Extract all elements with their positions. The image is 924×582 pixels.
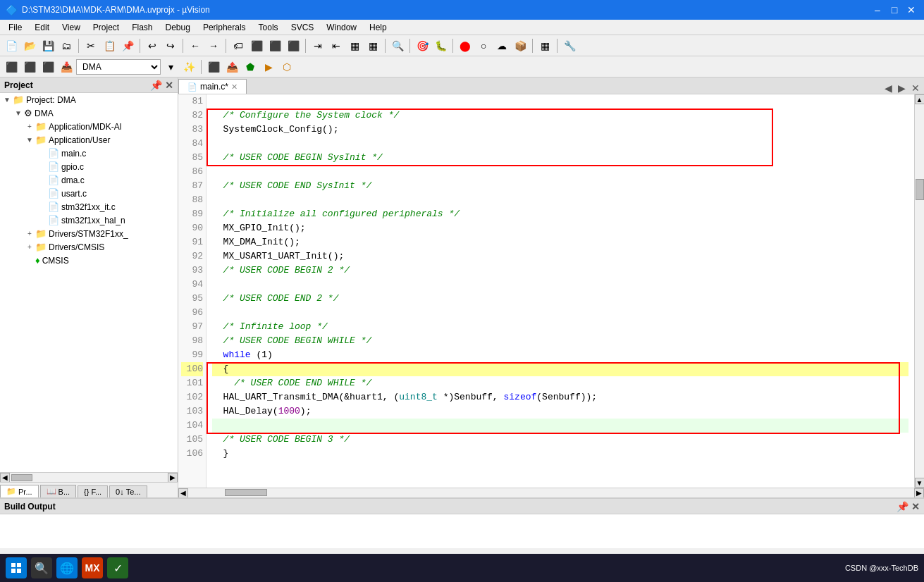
bm2-btn[interactable]: ⬛: [266, 37, 283, 54]
tb2-stop-btn[interactable]: ⬡: [278, 58, 295, 75]
nav-fwd-btn[interactable]: →: [205, 37, 222, 54]
tree-item-usart-c[interactable]: 📄 usart.c: [0, 187, 178, 200]
panel-close-btn[interactable]: ✕: [165, 80, 173, 91]
tb2-green-btn[interactable]: ⬟: [242, 58, 259, 75]
bookmark-btn[interactable]: 🏷: [230, 37, 247, 54]
tb2-load-btn[interactable]: ⬛: [205, 58, 222, 75]
bm1-btn[interactable]: ⬛: [248, 37, 265, 54]
expander-drv-cmsis[interactable]: +: [24, 243, 35, 251]
tree-item-main-c[interactable]: 📄 main.c: [0, 147, 178, 160]
panel-pin-btn[interactable]: 📌: [150, 80, 162, 91]
copy-btn[interactable]: 📋: [101, 37, 118, 54]
nav-back-btn[interactable]: ←: [187, 37, 204, 54]
hscroll-right-btn[interactable]: ▶: [168, 473, 178, 483]
tree-item-drv-cmsis[interactable]: + 📁 Drivers/CMSIS: [0, 240, 178, 254]
dbg-btn[interactable]: 🐛: [432, 37, 449, 54]
expander-project-root[interactable]: ▼: [1, 96, 13, 104]
tree-item-app-user[interactable]: ▼ 📁 Application/User: [0, 133, 178, 147]
open-btn[interactable]: 📂: [21, 37, 38, 54]
menu-help[interactable]: Help: [364, 21, 393, 34]
tb2-dl-btn[interactable]: 📤: [223, 58, 240, 75]
scrollbar-thumb[interactable]: [916, 179, 924, 200]
code-content[interactable]: /* Configure the System clock */ SystemC…: [207, 94, 914, 488]
maximize-button[interactable]: □: [887, 3, 901, 17]
menu-edit[interactable]: Edit: [29, 21, 55, 34]
menu-svcs[interactable]: SVCS: [285, 21, 320, 34]
tab-nav-left-btn[interactable]: ◀: [883, 82, 894, 94]
edge-btn[interactable]: 🌐: [56, 557, 78, 578]
tab-funcs[interactable]: {} F...: [78, 485, 108, 497]
paste-btn[interactable]: 📌: [119, 37, 136, 54]
minimize-button[interactable]: –: [870, 3, 885, 17]
scrollbar-up-btn[interactable]: ▲: [915, 94, 925, 104]
menu-window[interactable]: Window: [321, 21, 362, 34]
editor-tab-main-c[interactable]: 📄 main.c* ✕: [178, 79, 247, 94]
mx-btn[interactable]: MX: [82, 557, 103, 578]
expander-dma[interactable]: ▼: [13, 109, 24, 117]
tree-item-stm32-it[interactable]: 📄 stm32f1xx_it.c: [0, 200, 178, 213]
wrench-btn[interactable]: 🔧: [561, 37, 578, 54]
build-output-pin-btn[interactable]: 📌: [897, 501, 908, 512]
menu-flash[interactable]: Flash: [126, 21, 158, 34]
expander-drv-stm32[interactable]: +: [24, 230, 35, 237]
build-output-close-btn[interactable]: ✕: [911, 501, 920, 512]
tree-item-dma-c[interactable]: 📄 dma.c: [0, 173, 178, 187]
menu-debug[interactable]: Debug: [160, 21, 196, 34]
search-taskbar-btn[interactable]: 🔍: [31, 557, 52, 578]
tree-item-project-root[interactable]: ▼ 📁 Project: DMA: [0, 93, 178, 106]
build-output-content[interactable]: [0, 514, 924, 548]
save-all-btn[interactable]: 🗂: [58, 37, 75, 54]
tree-item-dma[interactable]: ▼ ⚙ DMA: [0, 106, 178, 120]
cloud-btn[interactable]: ☁: [493, 37, 510, 54]
tree-item-stm32-hal[interactable]: 📄 stm32f1xx_hal_n: [0, 213, 178, 227]
menu-file[interactable]: File: [3, 21, 27, 34]
col2-btn[interactable]: ▦: [364, 37, 381, 54]
menu-project[interactable]: Project: [87, 21, 125, 34]
hscroll-left-btn[interactable]: ◀: [0, 473, 10, 483]
menu-tools[interactable]: Tools: [253, 21, 284, 34]
tree-item-cmsis[interactable]: ♦ CMSIS: [0, 254, 178, 267]
app4-btn[interactable]: ✓: [107, 557, 128, 578]
project-hscroll[interactable]: ◀ ▶: [0, 472, 178, 482]
view-btn[interactable]: ▦: [536, 37, 553, 54]
circle-btn[interactable]: ○: [475, 37, 492, 54]
bm3-btn[interactable]: ⬛: [285, 37, 302, 54]
unindent-btn[interactable]: ⇤: [328, 37, 345, 54]
tb2-btn4[interactable]: 📥: [58, 58, 75, 75]
panel-close-editor-btn[interactable]: ✕: [910, 82, 921, 94]
tb2-dropdown-btn[interactable]: ▾: [162, 58, 179, 75]
hscrollbar-right-btn[interactable]: ▶: [914, 488, 924, 498]
tree-item-gpio-c[interactable]: 📄 gpio.c: [0, 160, 178, 173]
tree-item-app-mdk[interactable]: + 📁 Application/MDK-Al: [0, 120, 178, 133]
project-tree[interactable]: ▼ 📁 Project: DMA ▼ ⚙ DMA + 📁 Application…: [0, 93, 178, 472]
tab-template[interactable]: 0↓ Te...: [109, 485, 147, 497]
expander-app-user[interactable]: ▼: [24, 136, 35, 144]
start-btn[interactable]: [6, 557, 27, 578]
close-button[interactable]: ✕: [904, 3, 918, 17]
search-btn[interactable]: 🔍: [389, 37, 406, 54]
cut-btn[interactable]: ✂: [82, 37, 99, 54]
editor-tab-close-btn[interactable]: ✕: [231, 82, 238, 92]
menu-view[interactable]: View: [56, 21, 86, 34]
pkg-btn[interactable]: 📦: [512, 37, 529, 54]
redo-btn[interactable]: ↪: [162, 37, 179, 54]
scrollbar-down-btn[interactable]: ▼: [915, 478, 925, 488]
tb2-magic-btn[interactable]: ✨: [180, 58, 197, 75]
red-circle-btn[interactable]: ⬤: [457, 37, 474, 54]
tab-books[interactable]: 📖 B...: [40, 485, 77, 497]
tb2-btn2[interactable]: ⬛: [21, 58, 38, 75]
tb2-btn3[interactable]: ⬛: [39, 58, 56, 75]
target-btn[interactable]: 🎯: [414, 37, 431, 54]
undo-btn[interactable]: ↩: [144, 37, 161, 54]
col1-btn[interactable]: ▦: [346, 37, 363, 54]
tb2-btn1[interactable]: ⬛: [3, 58, 20, 75]
hscroll-thumb[interactable]: [11, 474, 32, 481]
tree-item-drv-stm32[interactable]: + 📁 Drivers/STM32F1xx_: [0, 227, 178, 240]
tb2-run-btn[interactable]: ▶: [260, 58, 277, 75]
tab-nav-right-btn[interactable]: ▶: [897, 82, 907, 94]
target-select[interactable]: DMA: [76, 59, 161, 75]
indent-btn[interactable]: ⇥: [309, 37, 326, 54]
menu-peripherals[interactable]: Peripherals: [197, 21, 252, 34]
save-btn[interactable]: 💾: [39, 37, 56, 54]
expander-app-mdk[interactable]: +: [24, 123, 35, 130]
